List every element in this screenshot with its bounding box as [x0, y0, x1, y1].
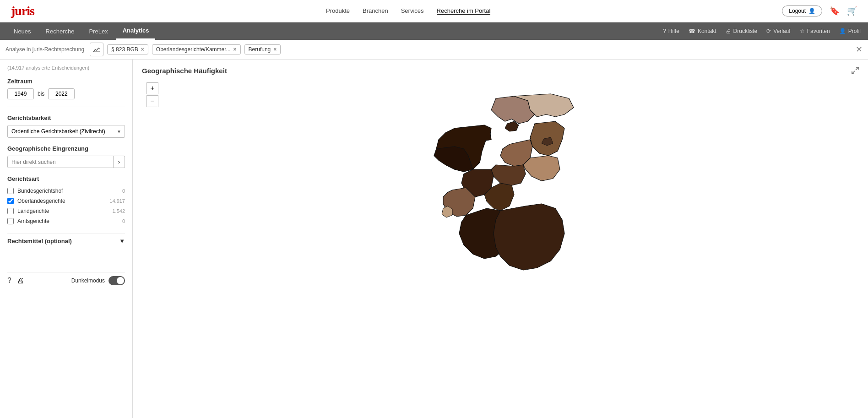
- tool-kontakt[interactable]: ☎ Kontakt: [689, 28, 716, 34]
- bis-label: bis: [38, 91, 44, 97]
- tool-profil[interactable]: 👤 Profil: [839, 28, 861, 34]
- filter-chip-823: § 823 BGB ×: [107, 44, 148, 54]
- top-navigation: juris Produkte Branchen Services Recherc…: [0, 0, 868, 22]
- sidebar-item-neues[interactable]: Neues: [7, 22, 38, 40]
- logout-button[interactable]: Logout 👤: [782, 5, 822, 16]
- court-item-1: Oberlandesgerichte 14.917: [7, 196, 125, 206]
- time-range-row: bis: [7, 88, 125, 99]
- court-item-2: Landgerichte 1.542: [7, 206, 125, 216]
- court-count-1: 14.917: [109, 198, 125, 204]
- svg-line-2: [852, 71, 855, 74]
- remove-chip-berufung[interactable]: ×: [273, 46, 277, 53]
- help-footer-icon[interactable]: ?: [7, 277, 11, 285]
- gerichtsbarkeit-label: Gerichtsbarkeit: [7, 114, 125, 121]
- nav-branchen[interactable]: Branchen: [363, 7, 388, 15]
- court-item-3: Amtsgerichte 0: [7, 216, 125, 226]
- filter-chip-berufung: Berufung ×: [244, 44, 281, 54]
- chart-icon: [93, 46, 100, 53]
- dark-mode-toggle[interactable]: [108, 276, 125, 285]
- cart-icon[interactable]: 🛒: [847, 6, 857, 16]
- logo-text: juris: [11, 4, 34, 18]
- nav-recherche-portal[interactable]: Recherche im Portal: [437, 7, 491, 15]
- filter-bar-label: Analyse in juris-Rechtsprechung: [5, 46, 84, 53]
- map-zoom-controls: + −: [146, 82, 158, 107]
- expand-map-button[interactable]: [852, 67, 859, 76]
- germany-map: [142, 80, 859, 410]
- tool-favoriten[interactable]: ☆ Favoriten: [800, 28, 830, 34]
- geo-search-input[interactable]: [7, 156, 114, 168]
- court-label-2: Landgerichte: [17, 208, 49, 214]
- court-item-0: Bundesgerichtshof 0: [7, 186, 125, 196]
- zoom-in-button[interactable]: +: [146, 82, 158, 94]
- analytics-icon-btn[interactable]: [90, 43, 103, 56]
- court-count-0: 0: [122, 188, 125, 194]
- court-label-0: Bundesgerichtshof: [17, 188, 63, 194]
- germany-choropleth-svg: [372, 85, 629, 414]
- court-count-2: 1.542: [112, 208, 125, 214]
- court-label-3: Amtsgerichte: [17, 218, 49, 224]
- toggle-knob: [117, 277, 124, 284]
- rechtsmittel-label: Rechtsmittel (optional): [7, 238, 72, 244]
- court-checkbox-0[interactable]: [7, 188, 14, 194]
- secondary-navigation: Neues Recherche PreLex Analytics ? Hilfe…: [0, 22, 868, 40]
- secondary-nav-tools: ? Hilfe ☎ Kontakt 🖨 Druckliste ⟳ Verlauf…: [663, 28, 861, 34]
- court-checkbox-3[interactable]: [7, 218, 14, 224]
- tool-druckliste[interactable]: 🖨 Druckliste: [726, 28, 758, 34]
- remove-chip-olg[interactable]: ×: [233, 46, 237, 53]
- main-nav: Produkte Branchen Services Recherche im …: [326, 7, 490, 15]
- star-icon: ☆: [800, 28, 805, 34]
- print-footer-icon[interactable]: 🖨: [17, 277, 24, 285]
- court-checkbox-1[interactable]: [7, 198, 14, 204]
- history-icon: ⟳: [766, 28, 771, 34]
- gerichtsart-label: Gerichtsart: [7, 175, 125, 182]
- remove-chip-823[interactable]: ×: [141, 46, 144, 53]
- dark-mode-toggle-row: Dunkelmodus: [71, 276, 125, 285]
- map-title: Geographische Häufigkeit: [142, 67, 859, 75]
- sidebar-item-recherche[interactable]: Recherche: [39, 22, 81, 40]
- geo-search-row: ›: [7, 156, 125, 168]
- chevron-down-icon-2: ▼: [119, 238, 125, 244]
- sidebar: (14.917 analysierte Entscheidungen) Zeit…: [0, 60, 133, 418]
- gerichtsbarkeit-select-wrap: Ordentliche Gerichtsbarkeit (Zivilrecht)…: [7, 125, 125, 138]
- filter-chip-olg: Oberlandesgerichte/Kammer... ×: [152, 44, 241, 54]
- geo-search-button[interactable]: ›: [114, 156, 125, 168]
- user-icon: 👤: [808, 8, 815, 14]
- rechtsmittel-section[interactable]: Rechtsmittel (optional) ▼: [7, 238, 125, 244]
- tool-hilfe[interactable]: ? Hilfe: [663, 28, 679, 34]
- footer-left-icons: ? 🖨: [7, 277, 24, 285]
- gerichtsart-list: Bundesgerichtshof 0 Oberlandesgerichte 1…: [7, 186, 125, 226]
- nav-services[interactable]: Services: [401, 7, 424, 15]
- profile-icon: 👤: [839, 28, 846, 34]
- gerichtsbarkeit-select[interactable]: Ordentliche Gerichtsbarkeit (Zivilrecht): [7, 125, 125, 138]
- year-to-input[interactable]: [48, 88, 75, 99]
- main-layout: (14.917 analysierte Entscheidungen) Zeit…: [0, 60, 868, 418]
- expand-icon: [852, 67, 859, 74]
- top-right-icons: Logout 👤 🔖 🛒: [782, 5, 857, 16]
- help-icon: ?: [663, 28, 666, 34]
- dunkelmodus-label: Dunkelmodus: [71, 277, 105, 284]
- svg-line-1: [856, 67, 858, 70]
- zoom-out-button[interactable]: −: [146, 95, 158, 107]
- print-icon: 🖨: [726, 28, 731, 34]
- sidebar-footer: ? 🖨 Dunkelmodus: [7, 272, 125, 289]
- sidebar-item-preLex[interactable]: PreLex: [82, 22, 114, 40]
- close-filter-bar-button[interactable]: ✕: [856, 44, 863, 54]
- court-count-3: 0: [122, 218, 125, 224]
- nav-produkte[interactable]: Produkte: [326, 7, 350, 15]
- map-area: Geographische Häufigkeit + −: [133, 60, 868, 418]
- logo: juris: [11, 4, 34, 18]
- court-label-1: Oberlandesgerichte: [17, 198, 65, 204]
- sidebar-item-analytics[interactable]: Analytics: [116, 22, 156, 40]
- year-from-input[interactable]: [7, 88, 34, 99]
- filter-bar: Analyse in juris-Rechtsprechung § 823 BG…: [0, 40, 868, 60]
- geographische-label: Geographische Eingrenzung: [7, 145, 125, 152]
- logout-label: Logout: [789, 8, 806, 14]
- tool-verlauf[interactable]: ⟳ Verlauf: [766, 28, 790, 34]
- zeitraum-label: Zeitraum: [7, 78, 125, 85]
- bookmark-icon[interactable]: 🔖: [830, 6, 840, 16]
- phone-icon: ☎: [689, 28, 695, 34]
- court-checkbox-2[interactable]: [7, 208, 14, 214]
- analysis-count: (14.917 analysierte Entscheidungen): [7, 65, 125, 71]
